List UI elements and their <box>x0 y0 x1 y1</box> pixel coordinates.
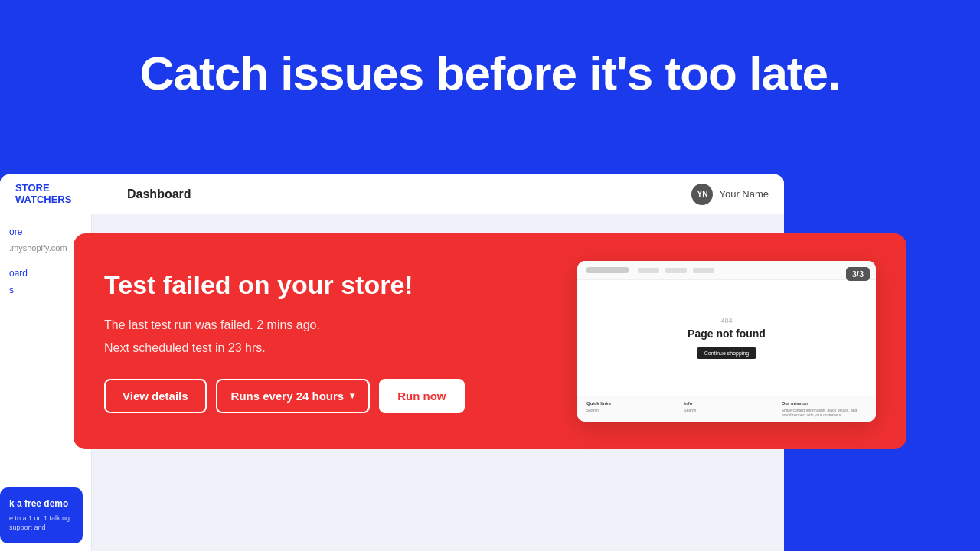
demo-card-text: e to a 1 on 1 talk ng support and <box>9 514 74 533</box>
avatar: YN <box>691 184 713 205</box>
footer-title-quick-links: Quick links <box>586 401 671 406</box>
sidebar-item-dashboard[interactable]: oard <box>9 268 82 279</box>
demo-card-title: k a free demo <box>9 498 74 509</box>
user-info: YN Your Name <box>691 184 769 205</box>
logo: STORE WATCHERS <box>15 183 71 205</box>
dashboard-header: STORE WATCHERS Dashboard YN Your Name <box>0 174 784 214</box>
preview-badge: 3/3 <box>846 267 870 281</box>
preview-nav <box>577 261 876 280</box>
footer-title-mission: Our mission <box>782 401 867 406</box>
footer-col-info: Info Search <box>684 401 769 417</box>
nav-link-catalog <box>665 268 687 273</box>
hero-headline: Catch issues before it's too late. <box>0 46 980 100</box>
user-name: Your Name <box>719 188 769 200</box>
alert-title: Test failed on your store! <box>104 269 548 301</box>
chevron-down-icon: ▾ <box>350 390 354 401</box>
footer-link-info: Search <box>684 408 769 412</box>
alert-card: Test failed on your store! The last test… <box>74 233 906 449</box>
nav-link-home <box>638 268 659 273</box>
schedule-button[interactable]: Runs every 24 hours ▾ <box>216 379 371 413</box>
sidebar-store-name: ore <box>9 227 82 237</box>
preview-continue-btn: Continue shopping <box>697 347 756 359</box>
logo-line2: WATCHERS <box>15 194 71 205</box>
view-details-button[interactable]: View details <box>104 379 207 413</box>
schedule-label: Runs every 24 hours <box>231 390 345 403</box>
footer-desc-mission: Share contact information, place details… <box>782 408 867 417</box>
preview-footer: Quick links Search Info Search Our missi… <box>577 396 876 422</box>
footer-col-mission: Our mission Share contact information, p… <box>782 401 867 417</box>
alert-actions: View details Runs every 24 hours ▾ Run n… <box>104 379 548 413</box>
footer-link-quick-links: Search <box>586 408 671 412</box>
footer-title-info: Info <box>684 401 769 406</box>
run-now-button[interactable]: Run now <box>379 379 464 413</box>
preview-body: 404 Page not found Continue shopping <box>577 280 876 406</box>
hero-section: Catch issues before it's too late. <box>0 46 980 100</box>
footer-col-quick-links: Quick links Search <box>586 401 671 417</box>
demo-card[interactable]: k a free demo e to a 1 on 1 talk ng supp… <box>0 487 83 543</box>
alert-desc-line2: Next scheduled test in 23 hrs. <box>104 339 548 357</box>
preview-logo <box>586 267 629 273</box>
preview-nav-links <box>638 268 714 273</box>
preview-error-code: 404 <box>720 317 732 324</box>
alert-desc-line1: The last test run was failed. 2 mins ago… <box>104 316 548 334</box>
nav-link-wholesale <box>693 268 714 273</box>
preview-not-found: Page not found <box>688 328 766 340</box>
sidebar-store-url: .myshopify.com <box>9 243 82 253</box>
dashboard-title: Dashboard <box>127 187 191 201</box>
alert-left: Test failed on your store! The last test… <box>104 269 548 413</box>
sidebar-item-other[interactable]: s <box>9 285 82 295</box>
store-preview-card: 3/3 404 Page not found Continue shopping… <box>577 261 876 422</box>
logo-line1: STORE <box>15 183 71 194</box>
